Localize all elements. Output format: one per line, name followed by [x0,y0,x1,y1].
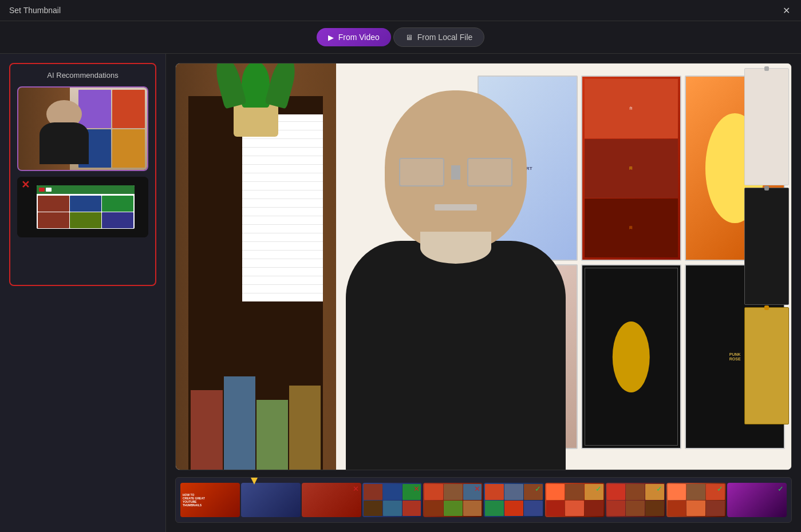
tab-from-video-label: From Video [338,33,380,42]
from-video-icon: ▶ [328,33,334,42]
thumb-6-badge: ✓ [534,484,543,493]
timeline-strip: How ToCreate GreatYouTubeTHUMBNAILS ✕ [175,477,792,523]
ai-person [29,100,100,170]
ai-recommendations-label: AI Recommendations [17,71,148,80]
thumb-10-badge: ✓ [776,484,786,493]
ai-person-body [40,122,89,164]
tab-from-video[interactable]: ▶ From Video [317,28,391,46]
tab-from-local-file-label: From Local File [417,33,472,42]
timeline-thumb-5[interactable]: ✕ [423,483,483,517]
title-bar: Set Thumbnail ✕ [0,0,801,21]
ai-bg-poster-4 [112,129,145,168]
timeline-thumb-4[interactable]: ✕ [362,483,422,517]
glasses [399,158,513,186]
mustache [435,204,477,211]
close-button[interactable]: ✕ [780,5,792,16]
from-local-file-icon: 🖥 [405,33,413,42]
tab-from-local-file[interactable]: 🖥 From Local File [393,27,484,47]
tab-bar: ▶ From Video 🖥 From Local File [0,21,801,53]
thumb-9-badge: ✓ [716,484,725,493]
video-main-preview[interactable]: ART 自 田 田 🎨 [175,63,792,470]
subject-head [385,90,527,251]
clipboards [742,63,791,429]
timeline-thumb-7[interactable]: ✓ [545,483,605,517]
timeline-thumb-9[interactable]: ✓ [666,483,726,517]
ai-bg-poster-2 [112,90,145,128]
timeline-thumb-6[interactable]: ✓ [484,483,543,517]
timeline-thumb-10[interactable]: ✓ [727,483,787,517]
window-title: Set Thumbnail [9,6,61,15]
video-canvas: ART 自 田 田 🎨 [176,63,791,470]
ai-thumb-2-x-badge: ✕ [19,179,31,190]
timeline-thumb-3[interactable]: ✕ [302,483,361,517]
ai-thumb-1[interactable] [17,86,148,171]
video-preview-area: ART 自 田 田 🎨 [166,54,801,532]
thumb-8-badge: ✓ [655,484,664,493]
subject-body [346,241,566,470]
sidebar: AI Recommendations [0,54,166,532]
chin-area [420,232,491,264]
thumb-7-badge: ✓ [594,484,603,493]
main-content: AI Recommendations [0,54,801,532]
timeline-thumb-2[interactable] [241,483,301,517]
video-subject [287,84,625,470]
ai-thumb-2[interactable]: ✕ [17,177,148,237]
ai-recommendations-box: AI Recommendations [9,63,156,286]
timeline-thumb-1[interactable]: How ToCreate GreatYouTubeTHUMBNAILS [180,483,240,517]
timeline-thumb-8[interactable]: ✓ [606,483,665,517]
